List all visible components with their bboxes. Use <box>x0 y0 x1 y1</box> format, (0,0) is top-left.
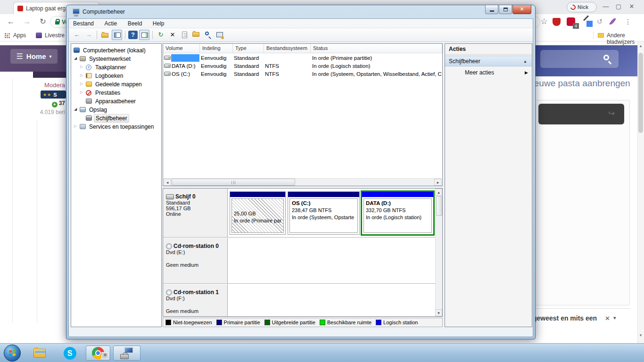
partition-type-bar <box>362 192 433 197</box>
taskbar-computer-management-button[interactable] <box>113 346 140 361</box>
taskbar-chrome-button[interactable] <box>86 346 110 361</box>
collapsed-icon[interactable]: ▷ <box>80 73 83 77</box>
browser-back-button[interactable]: ← <box>5 16 17 27</box>
more-actions-item[interactable]: Meer acties ▶ <box>445 67 532 78</box>
restore-button[interactable] <box>499 5 512 14</box>
extension-shield-icon[interactable] <box>553 18 561 26</box>
tree-item-gedeelde-mappen[interactable]: ▷ Gedeelde mappen <box>71 80 161 89</box>
partition-system[interactable]: 25,00 GB In orde (Primaire par <box>230 191 286 235</box>
apps-grid-icon[interactable] <box>5 33 10 38</box>
extension-feather-icon[interactable] <box>609 17 616 25</box>
search-icon[interactable] <box>603 55 609 60</box>
volume-row-unnamed[interactable]: Eenvoudig Standaard In orde (Primaire pa… <box>163 54 442 62</box>
expanded-icon[interactable]: ◢ <box>74 107 77 111</box>
bookmark-livestream-label[interactable]: Livestre <box>45 32 65 39</box>
collapsed-icon[interactable]: ▷ <box>74 124 77 128</box>
delete-icon[interactable]: ✕ <box>167 30 178 40</box>
collapsed-icon[interactable]: ▷ <box>80 65 83 69</box>
browser-close-button[interactable]: ✕ <box>626 1 638 12</box>
tree-item-schijfbeheer[interactable]: Schijfbeheer <box>71 114 161 123</box>
volume-row-os[interactable]: OS (C:) Eenvoudig Standaard NTFS In orde… <box>163 70 442 78</box>
help-icon[interactable]: ? <box>128 31 138 39</box>
col-volume[interactable]: Volume <box>163 44 200 53</box>
properties-icon[interactable] <box>179 30 190 40</box>
share-icon[interactable]: ↪ <box>608 108 615 118</box>
tree-item-taakplanner[interactable]: ▷ Taakplanner <box>71 63 161 72</box>
menu-help[interactable]: Help <box>149 19 169 28</box>
col-bestandssysteem[interactable]: Bestandssysteem <box>264 44 311 53</box>
selected-volume-name-cell[interactable] <box>171 54 199 62</box>
minimize-button[interactable] <box>485 5 498 14</box>
tree-item-opslag[interactable]: ◢ Opslag <box>71 106 161 114</box>
forward-icon[interactable]: → <box>83 30 94 40</box>
page-scrollbar-thumb[interactable] <box>638 53 643 133</box>
scroll-left-icon[interactable]: ◂ <box>164 179 171 186</box>
window-client-area: Bestand Actie Beeld Help ← → ? ↻ ✕ <box>68 18 533 337</box>
collapsed-icon[interactable]: ▷ <box>80 90 83 94</box>
browser-forward-button[interactable]: → <box>21 16 33 27</box>
manage-computer-icon[interactable] <box>215 30 225 40</box>
browser-minimize-button[interactable]: — <box>600 1 612 12</box>
scroll-up-icon[interactable]: ▴ <box>435 189 442 196</box>
find-icon[interactable] <box>203 30 213 40</box>
close-button[interactable]: ✕ <box>512 5 531 14</box>
browser-restore-button[interactable]: ▢ <box>612 1 625 12</box>
scrollbar-thumb[interactable] <box>436 196 442 216</box>
scroll-up-icon[interactable]: ▴ <box>638 43 644 48</box>
legend-swatch <box>165 320 171 325</box>
bookmark-apps-label[interactable]: Apps <box>13 32 26 39</box>
menu-bestand[interactable]: Bestand <box>69 19 98 28</box>
options-caret-icon[interactable]: ▾ <box>613 315 616 321</box>
other-bookmarks-folder-icon[interactable] <box>598 33 604 38</box>
extension-picker-icon[interactable] <box>583 15 589 21</box>
open-folder-icon[interactable] <box>191 30 201 40</box>
scroll-down-icon[interactable]: ▾ <box>435 309 442 316</box>
chrome-profile-avatar <box>101 352 108 359</box>
bookmark-star-icon[interactable]: ☆ <box>539 17 549 26</box>
collapsed-icon[interactable]: ▷ <box>80 82 83 86</box>
up-level-icon[interactable] <box>100 30 110 40</box>
tree-item-prestaties[interactable]: ▷ Prestaties <box>71 89 161 97</box>
tree-item-apparaatbeheer[interactable]: Apparaatbeheer <box>71 97 161 106</box>
scroll-down-icon[interactable]: ▾ <box>638 333 644 337</box>
partition-os-c[interactable]: OS (C:) 238,47 GB NTFS In orde (Systeem,… <box>288 191 360 235</box>
horizontal-scrollbar[interactable]: ◂ ▸ <box>164 178 442 186</box>
tree-item-computerbeheer[interactable]: Computerbeheer (lokaal) <box>71 46 161 55</box>
collapse-icon[interactable]: ▲ <box>523 59 527 64</box>
col-type[interactable]: Type <box>233 44 264 53</box>
profile-icon <box>570 3 577 10</box>
profile-button[interactable]: Nick <box>567 2 597 12</box>
col-status[interactable]: Status <box>311 44 442 53</box>
console-tree-icon[interactable] <box>112 30 122 40</box>
tree-item-services[interactable]: ▷ Services en toepassingen <box>71 123 161 131</box>
dismiss-icon[interactable]: ✕ <box>605 315 610 322</box>
extension-adblock-icon[interactable]: 4 <box>567 17 575 26</box>
volume-list: Volume Indeling Type Bestandssysteem Sta… <box>163 43 443 186</box>
cdrom0-label[interactable]: Cd-rom-station 0 Dvd (E:) Geen medium <box>163 238 228 283</box>
menu-actie[interactable]: Actie <box>100 19 122 28</box>
browser-menu-icon[interactable]: ⋮ <box>623 17 633 26</box>
partition-data-d[interactable]: DATA (D:) 332,70 GB NTFS In orde (Logisc… <box>362 192 433 234</box>
volume-row-data[interactable]: DATA (D:) Eenvoudig Standaard NTFS In or… <box>163 62 442 70</box>
menu-beeld[interactable]: Beeld <box>124 19 147 28</box>
col-indeling[interactable]: Indeling <box>200 44 233 53</box>
bookmark-livestream-icon[interactable] <box>36 33 42 38</box>
tree-item-logboeken[interactable]: ▷ Logboeken <box>71 72 161 80</box>
vertical-scrollbar[interactable]: ▴ ▾ <box>435 189 442 316</box>
expanded-icon[interactable]: ◢ <box>74 56 77 60</box>
start-button[interactable] <box>4 345 21 362</box>
home-button[interactable]: ☰ Home ▾ <box>10 49 58 64</box>
scrollbar-thumb[interactable] <box>172 179 295 186</box>
back-icon[interactable]: ← <box>72 30 82 40</box>
tree-item-systeemwerkset[interactable]: ◢ Systeemwerkset <box>71 55 161 63</box>
action-pane-icon[interactable] <box>139 30 149 40</box>
scroll-right-icon[interactable]: ▸ <box>434 179 442 186</box>
browser-reload-button[interactable]: ↻ <box>37 16 49 27</box>
actions-group-schijfbeheer[interactable]: Schijfbeheer ▲ <box>445 56 532 66</box>
taskbar-explorer-button[interactable] <box>30 346 49 361</box>
disk0-label[interactable]: Schijf 0 Standaard 596,17 GB Online <box>163 189 228 237</box>
extension-history-icon[interactable]: ↺ <box>595 17 604 26</box>
taskbar-skype-button[interactable]: S <box>60 346 79 361</box>
cdrom1-label[interactable]: Cd-rom-station 1 Dvd (F:) Geen medium <box>163 284 228 316</box>
refresh-icon[interactable]: ↻ <box>156 30 166 40</box>
